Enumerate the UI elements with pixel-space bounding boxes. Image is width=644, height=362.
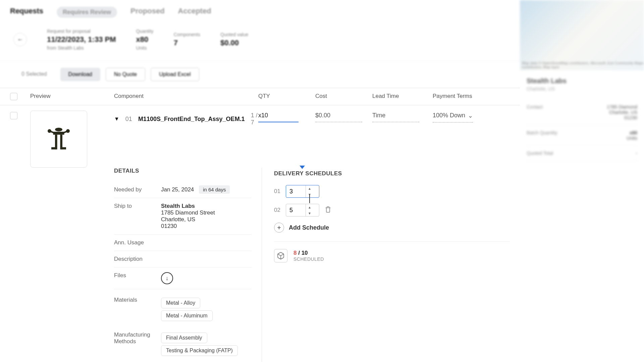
quantity-value: x80 bbox=[136, 35, 153, 44]
quoted-label: Quoted value bbox=[220, 32, 248, 37]
sidebar-batch-sub: Units bbox=[627, 135, 637, 141]
rfp-label: Request for proposal bbox=[47, 28, 116, 34]
add-schedule-label: Add Schedule bbox=[289, 224, 329, 231]
sidebar-contact-value: Charlotte, US bbox=[607, 110, 637, 115]
quoted-value: $0.00 bbox=[220, 39, 248, 47]
chevron-down-icon: ⌄ bbox=[468, 112, 473, 119]
tab-proposed[interactable]: Proposed bbox=[130, 7, 164, 18]
tab-requests[interactable]: Requests bbox=[10, 7, 43, 18]
schedule-qty-input[interactable] bbox=[286, 188, 306, 195]
rfp-from: from Stealth Labs bbox=[47, 45, 116, 51]
schedule-index: 01 bbox=[274, 188, 280, 195]
arrow-left-icon: ← bbox=[17, 36, 23, 43]
package-icon bbox=[274, 249, 287, 262]
details-panel: DETAILS Needed by Jan 25, 2024 in 64 day… bbox=[114, 168, 262, 362]
upload-excel-button[interactable]: Upload Excel bbox=[151, 68, 199, 81]
svg-rect-3 bbox=[51, 147, 56, 149]
rfp-value: 11/22/2023, 1:33 PM bbox=[47, 35, 116, 44]
plus-icon: + bbox=[274, 223, 284, 233]
text-cursor-icon bbox=[309, 194, 310, 203]
sidebar-batch-value: x80 bbox=[627, 130, 637, 135]
no-quote-button[interactable]: No Quote bbox=[106, 68, 145, 81]
sidebar-panel: Map data © OpenStreetMap contributors, M… bbox=[520, 0, 644, 362]
files-label: Files bbox=[114, 272, 161, 284]
method-tag: Testing & Packaging (FATP) bbox=[161, 345, 238, 356]
stepper-down-icon[interactable]: ▼ bbox=[306, 210, 313, 216]
components-label: Components bbox=[174, 32, 200, 37]
col-cost: Cost bbox=[315, 93, 372, 100]
preview-thumbnail[interactable] bbox=[30, 111, 87, 168]
trash-icon bbox=[325, 206, 331, 213]
ship-addr-line: 01230 bbox=[161, 223, 252, 230]
map-attribution: Map data © OpenStreetMap contributors, M… bbox=[522, 61, 644, 69]
col-leadtime: Lead Time bbox=[372, 93, 433, 100]
sidebar-contact-value: 1785 Diamond bbox=[607, 104, 637, 110]
needed-by-label: Needed by bbox=[114, 186, 161, 193]
back-button[interactable]: ← bbox=[13, 33, 27, 46]
add-schedule-button[interactable]: + Add Schedule bbox=[274, 223, 510, 233]
svg-point-7 bbox=[55, 128, 62, 131]
tab-requires-review[interactable]: Requires Review bbox=[57, 7, 117, 18]
col-payment: Payment Terms bbox=[433, 93, 480, 100]
delete-schedule-button[interactable] bbox=[325, 206, 331, 215]
details-title: DETAILS bbox=[114, 168, 252, 174]
scheduled-label: SCHEDULED bbox=[293, 256, 324, 262]
scheduled-total: / 10 bbox=[297, 250, 308, 256]
cost-input[interactable]: $0.00 bbox=[315, 112, 362, 122]
payment-select[interactable]: 100% Down⌄ bbox=[433, 112, 473, 123]
svg-rect-4 bbox=[62, 147, 66, 149]
sidebar-location: Charlotte, US bbox=[527, 86, 637, 92]
download-button[interactable]: Download bbox=[60, 68, 100, 81]
methods-label: Manufacturing Methods bbox=[114, 331, 161, 357]
stepper-up-icon[interactable]: ▲ bbox=[306, 204, 313, 210]
row-index: 01 bbox=[125, 116, 132, 123]
qty-pointer-icon bbox=[300, 166, 305, 169]
schedule-summary: 8 / 10 SCHEDULED bbox=[274, 241, 510, 262]
ship-name: Stealth Labs bbox=[161, 203, 252, 209]
selected-count: 0 Selected bbox=[13, 68, 55, 81]
component-name: M1100S_FrontEnd_Top_Assy_OEM.1 bbox=[138, 116, 245, 123]
tab-accepted[interactable]: Accepted bbox=[178, 7, 211, 18]
schedule-qty-stepper[interactable]: ▲ ▼ bbox=[286, 185, 319, 198]
sidebar-total-value: - bbox=[636, 150, 637, 156]
description-value bbox=[161, 256, 252, 262]
material-tag: Metal - Alloy bbox=[161, 298, 200, 308]
part-icon bbox=[40, 121, 77, 158]
svg-rect-1 bbox=[55, 135, 57, 149]
qty-input[interactable]: x10 bbox=[258, 112, 299, 122]
ship-addr-line: Charlotte, US bbox=[161, 216, 252, 223]
quantity-sub: Units bbox=[136, 45, 153, 51]
material-tag: Metal - Aluminum bbox=[161, 310, 213, 321]
row-checkbox[interactable] bbox=[10, 112, 17, 119]
method-tag: Final Assembly bbox=[161, 333, 207, 343]
ship-addr-line: 1785 Diamond Street bbox=[161, 209, 252, 216]
schedule-qty-stepper[interactable]: ▲ ▼ bbox=[286, 204, 319, 217]
ann-usage-value bbox=[161, 239, 252, 246]
sidebar-company: Stealth Labs bbox=[527, 77, 637, 85]
sidebar-contact-label: Contact bbox=[527, 104, 543, 120]
leadtime-input[interactable]: Time bbox=[372, 112, 419, 122]
table-row: ▼ 01 M1100S_FrontEnd_Top_Assy_OEM.1 1 / … bbox=[0, 105, 520, 168]
schedule-index: 02 bbox=[274, 207, 280, 214]
download-files-button[interactable]: ↓ bbox=[161, 272, 173, 284]
description-label: Description bbox=[114, 256, 161, 262]
needed-by-value: Jan 25, 2024 bbox=[161, 186, 194, 193]
days-badge: in 64 days bbox=[199, 185, 230, 194]
svg-rect-2 bbox=[60, 135, 62, 149]
schedule-qty-input[interactable] bbox=[286, 207, 306, 214]
schedules-title: DELIVERY SCHEDULES bbox=[274, 170, 510, 177]
select-all-checkbox[interactable] bbox=[10, 93, 17, 100]
chevron-down-icon[interactable]: ▼ bbox=[114, 116, 119, 122]
stepper-up-icon[interactable]: ▲ bbox=[306, 185, 313, 191]
ann-usage-label: Ann. Usage bbox=[114, 239, 161, 246]
schedule-row: 02 ▲ ▼ bbox=[274, 204, 510, 217]
actions-bar: 0 Selected Download No Quote Upload Exce… bbox=[0, 61, 520, 88]
sidebar-total-label: Quoted Total bbox=[527, 150, 553, 156]
table-header: Preview Component QTY Cost Lead Time Pay… bbox=[0, 88, 520, 105]
ship-to-label: Ship to bbox=[114, 203, 161, 230]
sidebar-contact-value: 01230 bbox=[607, 115, 637, 120]
sidebar-batch-label: Batch Quantity bbox=[527, 130, 557, 141]
map-view[interactable]: Map data © OpenStreetMap contributors, M… bbox=[520, 0, 644, 70]
delivery-schedules-panel: DELIVERY SCHEDULES 01 ▲ ▼ 02 ▲ bbox=[262, 168, 510, 362]
download-icon: ↓ bbox=[166, 275, 169, 282]
